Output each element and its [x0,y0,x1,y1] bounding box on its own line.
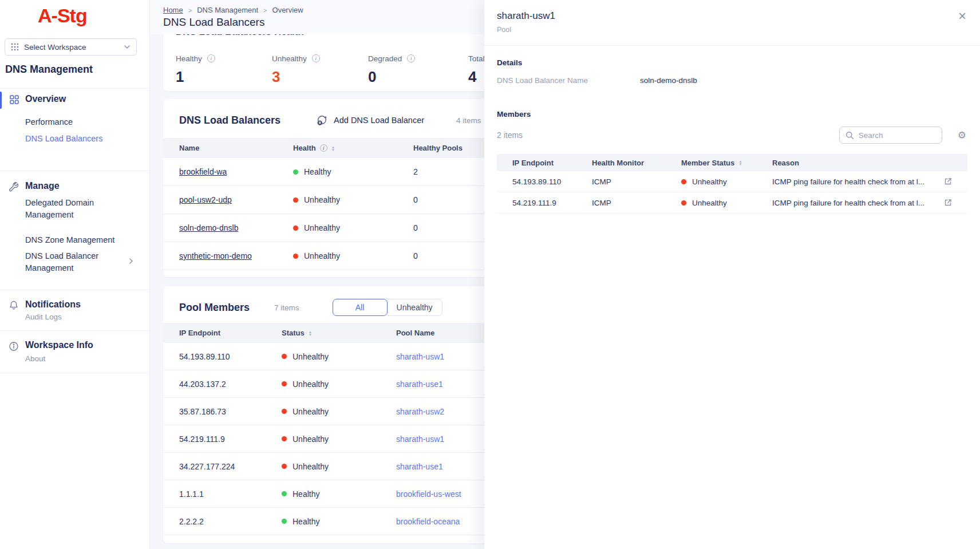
sidebar-item-dns-zone-management[interactable]: DNS Zone Management [25,234,114,246]
external-link-icon[interactable] [944,177,952,185]
sidebar-item-notifications[interactable]: Notifications [25,299,81,310]
stat-label: Degraded [368,54,402,63]
info-icon[interactable]: i [320,144,327,152]
add-dns-load-balancer-button[interactable]: Add DNS Load Balancer [316,114,424,127]
health-monitor: ICMP [592,199,681,207]
status-dot [293,226,298,231]
divider [0,373,150,373]
sidebar-item-manage[interactable]: Manage [25,181,60,191]
ip-endpoint: 34.227.177.224 [179,462,282,471]
active-indicator [0,92,2,109]
bell-icon [9,300,19,310]
col-ip-endpoint: IP Endpoint [179,329,282,337]
add-lb-icon [316,114,328,127]
ip-endpoint: 35.87.186.73 [179,407,282,416]
info-icon[interactable]: i [312,54,320,62]
sidebar-item-dns-load-balancer-management[interactable]: DNS Load Balancer Management [25,250,117,274]
ip-endpoint: 54.219.111.9 [512,199,592,207]
wrench-icon [9,181,19,192]
sidebar-item-workspace-info[interactable]: Workspace Info [25,340,93,350]
workspace-selector-label: Select Workspace [24,43,86,52]
pool-detail-drawer: sharath-usw1 Pool × Details DNS Load Bal… [484,0,980,549]
breadcrumb-dns-management[interactable]: DNS Management [197,6,258,14]
add-lb-button-label: Add DNS Load Balancer [334,116,424,125]
sort-icon: ▲▼ [738,160,742,165]
filter-unhealthy-button[interactable]: Unhealthy [388,299,442,316]
external-link-icon[interactable] [944,199,952,207]
overview-grid-icon [10,95,19,104]
divider [0,330,150,331]
status-label: Unhealthy [293,407,329,416]
pool-members-title: Pool Members [179,302,250,314]
field-label: DNS Load Balancer Name [497,76,640,85]
lb-name-link[interactable]: brookfield-wa [179,167,293,176]
workspace-selector[interactable]: Select Workspace [5,38,137,56]
stat-value: 1 [176,68,272,85]
reason-text: ICMP ping failure for health check from … [772,177,937,186]
close-icon[interactable]: × [958,9,966,23]
col-member-status-sort[interactable]: Member Status ▲▼ [681,159,772,167]
status-dot [293,169,298,175]
pool-members-count: 7 items [274,303,299,312]
col-status-label: Status [282,329,305,337]
members-table: IP Endpoint Health Monitor Member Status… [497,154,967,214]
field-value: soln-demo-dnslb [640,76,697,85]
lb-name-link[interactable]: soln-demo-dnslb [179,223,293,232]
col-name: Name [179,144,293,152]
gear-icon[interactable]: ⚙ [958,131,966,140]
health-label: Unhealthy [304,195,340,204]
stat-label: Total [468,54,485,63]
filter-all-button[interactable]: All [333,299,388,316]
divider [0,171,150,171]
chevron-right-icon [129,258,133,264]
drawer-title: sharath-usw1 [497,10,555,22]
page-title: DNS Load Balancers [163,16,264,29]
stat-value: 3 [272,68,368,85]
health-label: Unhealthy [304,251,340,260]
status-label: Healthy [293,489,319,499]
members-heading: Members [497,110,967,119]
col-status-sort[interactable]: Status ▲▼ [282,329,396,337]
status-dot [293,198,298,203]
member-status-label: Unhealthy [692,199,727,207]
status-dot [282,381,287,386]
breadcrumb: Home > DNS Management > Overview [163,6,303,14]
sidebar-item-dns-load-balancers[interactable]: DNS Load Balancers [25,133,102,145]
status-label: Healthy [293,517,319,526]
divider [0,88,150,89]
stat-label: Healthy [176,54,202,63]
status-dot [681,200,686,206]
chevron-separator-icon: > [188,7,192,14]
info-icon[interactable]: i [207,54,215,62]
col-health-sort[interactable]: Health i ▲▼ [293,144,413,152]
status-dot [282,436,287,441]
info-icon[interactable]: i [407,54,415,62]
sidebar-item-overview[interactable]: Overview [25,94,66,104]
sidebar-item-audit-logs[interactable]: Audit Logs [25,313,62,321]
search-input[interactable] [859,131,927,140]
drawer-subtitle: Pool [497,26,511,34]
chevron-separator-icon: > [263,7,267,14]
col-ip-endpoint: IP Endpoint [512,159,592,167]
status-dot [681,179,686,184]
sidebar-item-performance[interactable]: Performance [25,116,73,128]
sidebar-item-delegated-domain-management[interactable]: Delegated Domain Management [25,197,122,221]
breadcrumb-home[interactable]: Home [163,6,183,14]
drawer-header: sharath-usw1 Pool × [484,0,980,46]
lb-name-link[interactable]: synthetic-mon-demo [179,251,293,260]
details-heading: Details [497,58,967,67]
sidebar-item-about[interactable]: About [25,354,45,363]
lb-name-link[interactable]: pool-usw2-udp [179,195,293,204]
chevron-down-icon [124,45,131,49]
members-count: 2 items [497,131,523,140]
search-field[interactable] [839,127,942,144]
members-table-header: IP Endpoint Health Monitor Member Status… [497,154,967,171]
status-label: Unhealthy [293,380,329,389]
health-monitor: ICMP [592,177,681,186]
member-status-label: Unhealthy [692,177,727,186]
col-health-label: Health [293,144,316,152]
breadcrumb-overview[interactable]: Overview [272,6,303,14]
ip-endpoint: 44.203.137.2 [179,380,282,389]
col-member-status-label: Member Status [681,159,734,167]
ip-endpoint: 2.2.2.2 [179,517,282,526]
